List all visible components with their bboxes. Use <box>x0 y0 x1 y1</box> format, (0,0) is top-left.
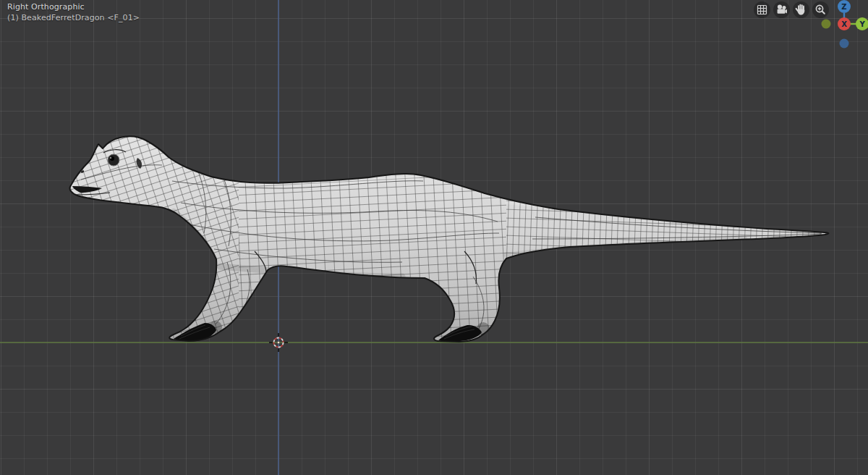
gizmo-y-negative[interactable] <box>822 20 831 29</box>
active-object-label: (1) BeakedFerretDragon <F_01> <box>7 13 140 23</box>
camera-icon <box>773 1 790 18</box>
gizmo-z-axis[interactable]: Z <box>838 0 851 13</box>
3d-viewport[interactable]: Right Orthographic (1) BeakedFerretDrago… <box>0 0 868 475</box>
camera-view-icon[interactable] <box>773 1 790 18</box>
svg-text:Y: Y <box>859 20 865 28</box>
svg-text:X: X <box>841 20 847 28</box>
grid-icon <box>754 1 770 18</box>
viewport-scene <box>0 0 868 475</box>
pan-hand-icon[interactable] <box>793 1 809 18</box>
gizmo-z-negative[interactable] <box>840 39 849 49</box>
gizmo-y-axis[interactable]: Y <box>856 17 868 30</box>
hand-icon <box>793 1 809 18</box>
grid-orthographic-icon[interactable] <box>754 1 770 18</box>
axis-gizmo[interactable]: Z X Y <box>809 0 868 52</box>
viewport-header: Right Orthographic (1) BeakedFerretDrago… <box>7 2 140 23</box>
view-name-label: Right Orthographic <box>7 2 140 12</box>
3d-cursor <box>269 333 288 352</box>
creature-mesh-beakedferretdragon[interactable] <box>58 123 839 349</box>
svg-text:Z: Z <box>841 3 846 11</box>
gizmo-x-axis[interactable]: X <box>838 17 851 30</box>
